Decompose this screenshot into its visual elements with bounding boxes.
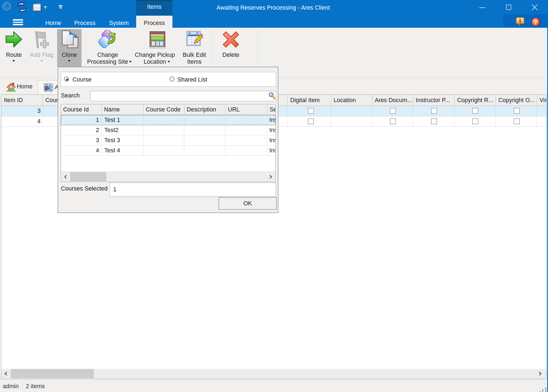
svg-text:?: ? xyxy=(534,19,537,25)
